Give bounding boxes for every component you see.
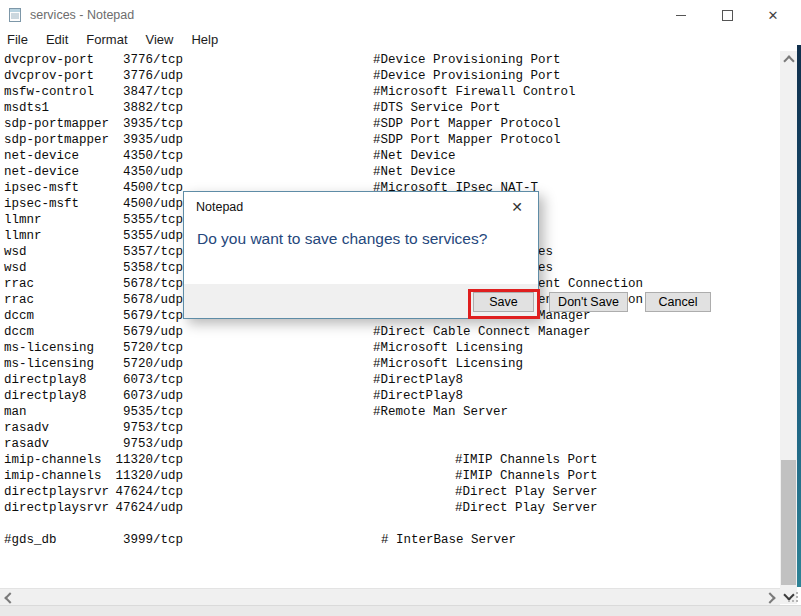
service-comment: es — [538, 261, 553, 275]
cancel-button[interactable]: Cancel — [645, 292, 711, 312]
chevron-up-icon — [783, 55, 794, 66]
text-line: man9535/tcp#Remote Man Server — [0, 404, 780, 420]
service-comment: #IMIP Channels Port — [455, 453, 598, 467]
service-comment: #Remote Man Server — [373, 405, 508, 419]
text-line: sdp-portmapper3935/tcp#SDP Port Mapper P… — [0, 116, 780, 132]
service-comment: #Direct Play Server — [455, 501, 598, 515]
menu-bar: FileEditFormatViewHelp — [0, 30, 801, 50]
service-port: 6073/tcp — [0, 373, 183, 387]
service-comment: #DirectPlay8 — [373, 389, 463, 403]
save-button[interactable]: Save — [473, 292, 534, 312]
service-comment: #SDP Port Mapper Protocol — [373, 117, 561, 131]
horizontal-scrollbar[interactable] — [0, 588, 780, 606]
service-port: 6073/udp — [0, 389, 183, 403]
service-comment: es — [538, 245, 553, 259]
vertical-scroll-thumb[interactable] — [781, 460, 796, 585]
service-port: 3935/udp — [0, 133, 183, 147]
text-line: ms-licensing5720/tcp#Microsoft Licensing — [0, 340, 780, 356]
dialog-title: Notepad — [196, 200, 243, 214]
service-comment: #Direct Play Server — [455, 485, 598, 499]
text-line: sdp-portmapper3935/udp#SDP Port Mapper P… — [0, 132, 780, 148]
dialog-message: Do you want to save changes to services? — [197, 230, 487, 248]
text-line: net-device4350/tcp#Net Device — [0, 148, 780, 164]
scroll-up-button[interactable] — [780, 51, 797, 68]
menu-item-edit[interactable]: Edit — [37, 30, 77, 50]
text-line: imip-channels11320/tcp#IMIP Channels Por… — [0, 452, 780, 468]
window-title: services - Notepad — [30, 8, 134, 22]
service-port: 9535/tcp — [0, 405, 183, 419]
text-line: rasadv9753/tcp — [0, 420, 780, 436]
text-line — [0, 516, 780, 532]
text-line: msfw-control3847/tcp#Microsoft Firewall … — [0, 84, 780, 100]
dialog-button-strip: SaveDon't SaveCancel — [184, 284, 538, 318]
chevron-left-icon — [4, 592, 15, 603]
service-port: 5720/tcp — [0, 341, 183, 355]
text-line: #gds_db3999/tcp# InterBase Server — [0, 532, 780, 548]
text-editor-area[interactable]: dvcprov-port3776/tcp#Device Provisioning… — [0, 51, 780, 588]
scroll-left-button[interactable] — [0, 589, 17, 606]
service-port: 5358/tcp — [0, 261, 183, 275]
service-comment: # InterBase Server — [381, 533, 516, 547]
highlight-annotation-box — [468, 289, 540, 319]
service-port: 5678/udp — [0, 293, 183, 307]
service-comment: #DTS Service Port — [373, 101, 501, 115]
minimize-icon — [676, 15, 686, 16]
text-line: dvcprov-port3776/tcp#Device Provisioning… — [0, 52, 780, 68]
scroll-right-button[interactable] — [763, 589, 780, 606]
resize-grip[interactable] — [788, 592, 798, 602]
service-comment: ent Connection — [538, 277, 643, 291]
service-port: 5355/udp — [0, 229, 183, 243]
menu-item-format[interactable]: Format — [77, 30, 136, 50]
menu-item-view[interactable]: View — [137, 30, 183, 50]
maximize-icon — [722, 10, 733, 21]
close-button[interactable]: ✕ — [750, 0, 796, 30]
text-line: msdts13882/tcp#DTS Service Port — [0, 100, 780, 116]
service-port: 5720/udp — [0, 357, 183, 371]
title-bar[interactable]: services - Notepad ✕ — [0, 0, 801, 30]
service-port: 3847/tcp — [0, 85, 183, 99]
text-line: dvcprov-port3776/udp#Device Provisioning… — [0, 68, 780, 84]
service-comment: #DirectPlay8 — [373, 373, 463, 387]
dialog-close-icon: ✕ — [511, 199, 523, 215]
service-comment: #IMIP Channels Port — [455, 469, 598, 483]
service-port: 4350/tcp — [0, 149, 183, 163]
service-port: 5679/tcp — [0, 309, 183, 323]
service-comment: #Microsoft Firewall Control — [373, 85, 576, 99]
menu-item-file[interactable]: File — [0, 30, 37, 50]
service-port: 9753/tcp — [0, 421, 183, 435]
service-comment: #Direct Cable Connect Manager — [373, 325, 591, 339]
service-comment: #SDP Port Mapper Protocol — [373, 133, 561, 147]
vertical-scrollbar[interactable] — [780, 51, 797, 604]
text-line: dccm5679/udp#Direct Cable Connect Manage… — [0, 324, 780, 340]
dialog-close-button[interactable]: ✕ — [506, 196, 528, 218]
service-port: 4350/udp — [0, 165, 183, 179]
service-port: 5678/tcp — [0, 277, 183, 291]
text-line: directplaysrvr47624/tcp#Direct Play Serv… — [0, 484, 780, 500]
minimize-button[interactable] — [658, 0, 704, 30]
service-port: 5679/udp — [0, 325, 183, 339]
text-line: directplay86073/tcp#DirectPlay8 — [0, 372, 780, 388]
text-line: net-device4350/udp#Net Device — [0, 164, 780, 180]
chevron-right-icon — [764, 592, 775, 603]
service-comment: #Microsoft Licensing — [373, 357, 523, 371]
text-line: directplay86073/udp#DirectPlay8 — [0, 388, 780, 404]
menu-item-help[interactable]: Help — [182, 30, 227, 50]
service-comment: #Device Provisioning Port — [373, 69, 561, 83]
close-icon: ✕ — [768, 9, 779, 22]
maximize-button[interactable] — [704, 0, 750, 30]
service-comment: #Microsoft Licensing — [373, 341, 523, 355]
service-port: 4500/udp — [0, 197, 183, 211]
service-comment: #Net Device — [373, 149, 456, 163]
service-port: 11320/udp — [0, 469, 183, 483]
service-port: 3882/tcp — [0, 101, 183, 115]
service-port: 4500/tcp — [0, 181, 183, 195]
service-port: 3935/tcp — [0, 117, 183, 131]
save-changes-dialog: Notepad ✕ Do you want to save changes to… — [183, 191, 539, 319]
service-port: 11320/tcp — [0, 453, 183, 467]
service-port: 3999/tcp — [0, 533, 183, 547]
text-line: imip-channels11320/udp#IMIP Channels Por… — [0, 468, 780, 484]
service-comment: #Device Provisioning Port — [373, 53, 561, 67]
don-t-save-button[interactable]: Don't Save — [549, 292, 628, 312]
text-line: rasadv9753/udp — [0, 436, 780, 452]
service-port: 47624/udp — [0, 501, 183, 515]
